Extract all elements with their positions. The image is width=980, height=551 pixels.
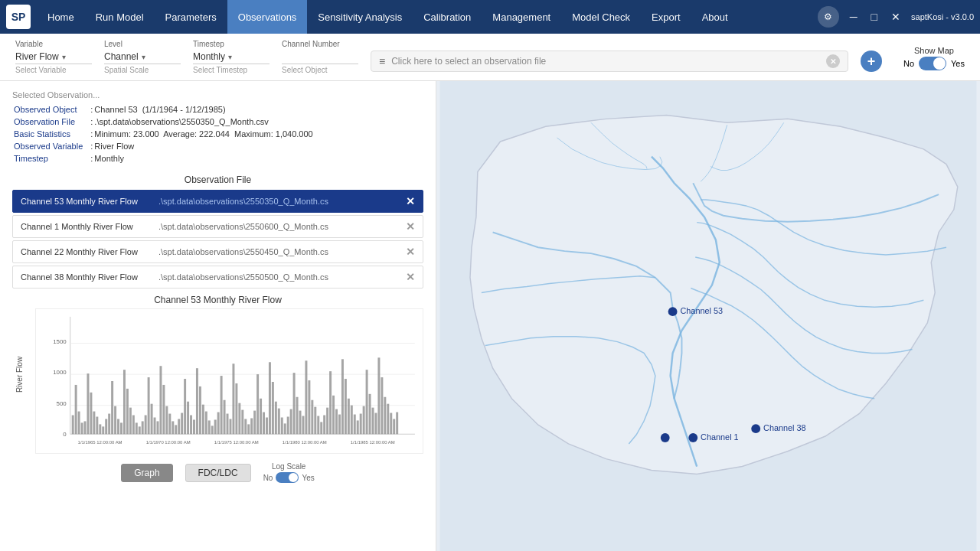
variable-select[interactable]: River Flow ▾ [15, 50, 92, 64]
left-panel: Selected Observation... Observed Object … [0, 81, 436, 551]
obs-info-table: Observed Object : Channel 53 (1/1/1964 -… [12, 103, 315, 165]
svg-rect-92 [308, 380, 310, 434]
obs-channel-label: Channel 22 Monthly River Flow [13, 243, 151, 261]
obs-file-row[interactable]: Channel 22 Monthly River Flow .\spt.data… [12, 240, 423, 263]
svg-rect-58 [205, 412, 207, 435]
nav-home[interactable]: Home [37, 0, 85, 34]
svg-rect-85 [287, 417, 289, 435]
svg-rect-69 [238, 403, 240, 435]
nav-management[interactable]: Management [482, 0, 561, 34]
obs-remove-button[interactable]: ✕ [398, 241, 423, 262]
maximize-button[interactable]: □ [867, 9, 882, 24]
svg-rect-74 [253, 411, 256, 435]
svg-rect-120 [393, 419, 395, 434]
show-map-yes-label: Yes [951, 59, 965, 68]
file-input-bar[interactable]: ≡ Click here to select an observation fi… [371, 51, 848, 72]
svg-rect-28 [114, 406, 116, 435]
svg-rect-105 [348, 399, 350, 435]
svg-rect-99 [329, 371, 332, 434]
obs-info-row: Observed Variable : River Flow [14, 141, 313, 152]
settings-icon[interactable]: ⚙ [818, 6, 839, 28]
svg-rect-32 [126, 389, 129, 434]
obs-path: .\spt.data\observations\2550500_Q_Month.… [151, 268, 398, 286]
channel-53-dot[interactable] [668, 307, 678, 316]
svg-rect-16 [78, 412, 80, 435]
nav-export[interactable]: Export [641, 0, 691, 34]
channel-22-dot[interactable] [661, 433, 670, 442]
obs-key-observed-object: Observed Object [14, 104, 89, 115]
graph-button[interactable]: Graph [121, 464, 172, 482]
svg-rect-60 [211, 425, 214, 434]
obs-remove-button[interactable]: ✕ [398, 266, 423, 288]
object-sublabel: Select Object [282, 66, 358, 74]
nav-about[interactable]: About [691, 0, 739, 34]
timestep-select[interactable]: Monthly ▾ [193, 50, 270, 64]
close-button[interactable]: ✕ [887, 9, 905, 24]
obs-value-timestep: Monthly [94, 153, 312, 164]
svg-rect-36 [139, 426, 141, 434]
svg-rect-111 [366, 370, 368, 434]
svg-text:1500: 1500 [53, 338, 67, 345]
obs-info-row: Observed Object : Channel 53 (1/1/1964 -… [14, 104, 313, 115]
obs-file-row[interactable]: Channel 53 Monthly River Flow .\spt.data… [12, 190, 423, 213]
show-map-toggle[interactable] [919, 57, 946, 70]
fdc-ldc-button[interactable]: FDC/LDC [185, 464, 251, 482]
svg-rect-17 [81, 422, 83, 434]
svg-rect-91 [305, 360, 307, 434]
show-map-no-label: No [903, 59, 914, 68]
channel-1-dot[interactable] [688, 433, 697, 442]
svg-rect-104 [345, 379, 347, 434]
obs-file-row[interactable]: Channel 1 Monthly River Flow .\spt.data\… [12, 215, 423, 238]
svg-rect-50 [181, 413, 183, 435]
svg-rect-51 [184, 379, 186, 434]
svg-text:500: 500 [57, 400, 67, 407]
log-yes-label: Yes [302, 474, 314, 482]
clear-file-button[interactable]: ✕ [826, 54, 840, 68]
svg-rect-75 [256, 374, 259, 434]
log-no-label: No [263, 474, 273, 482]
svg-rect-93 [311, 400, 313, 435]
minimize-button[interactable]: ─ [845, 9, 862, 24]
svg-rect-67 [232, 364, 234, 434]
obs-info-row: Basic Statistics : Minimum: 23.000 Avera… [14, 129, 313, 139]
svg-rect-84 [284, 423, 286, 434]
svg-rect-110 [363, 406, 365, 435]
nav-parameters[interactable]: Parameters [155, 0, 227, 34]
svg-rect-24 [102, 426, 104, 434]
variable-group: Variable River Flow ▾ Select Variable [15, 40, 92, 74]
nav-calibration[interactable]: Calibration [413, 0, 482, 34]
controls-bar: Variable River Flow ▾ Select Variable Le… [0, 34, 980, 81]
channel-38-dot[interactable] [751, 424, 760, 433]
obs-file-row[interactable]: Channel 38 Monthly River Flow .\spt.data… [12, 266, 423, 289]
svg-rect-18 [84, 421, 87, 434]
object-group: Channel Number Select Object [282, 40, 358, 74]
obs-value-obs-variable: River Flow [94, 141, 312, 152]
object-select[interactable] [282, 50, 358, 64]
chevron-down-icon: ▾ [62, 53, 66, 61]
nav-model-check[interactable]: Model Check [561, 0, 641, 34]
nav-observations[interactable]: Observations [227, 0, 308, 34]
svg-rect-19 [87, 373, 89, 434]
log-scale-toggle[interactable] [276, 472, 299, 483]
svg-rect-87 [293, 373, 296, 434]
app-logo: SP [6, 5, 31, 29]
svg-rect-71 [244, 419, 247, 434]
variable-sublabel: Select Variable [15, 66, 92, 74]
svg-rect-68 [235, 383, 237, 434]
level-select[interactable]: Channel ▾ [104, 50, 181, 64]
variable-label: Variable [15, 40, 92, 48]
nav-sensitivity[interactable]: Sensitivity Analysis [307, 0, 413, 34]
svg-rect-86 [290, 409, 292, 435]
file-placeholder: Click here to select an observation file [391, 56, 820, 67]
add-observation-button[interactable]: + [861, 51, 882, 72]
obs-key-timestep: Timestep [14, 153, 89, 164]
svg-rect-77 [263, 412, 265, 435]
svg-rect-61 [214, 419, 217, 434]
chevron-down-icon: ▾ [142, 53, 145, 61]
nav-run-model[interactable]: Run Model [85, 0, 155, 34]
svg-rect-62 [217, 412, 220, 435]
svg-rect-43 [159, 366, 162, 434]
obs-remove-button[interactable]: ✕ [398, 191, 423, 212]
obs-remove-button[interactable]: ✕ [398, 216, 423, 237]
obs-channel-label: Channel 38 Monthly River Flow [13, 268, 151, 286]
